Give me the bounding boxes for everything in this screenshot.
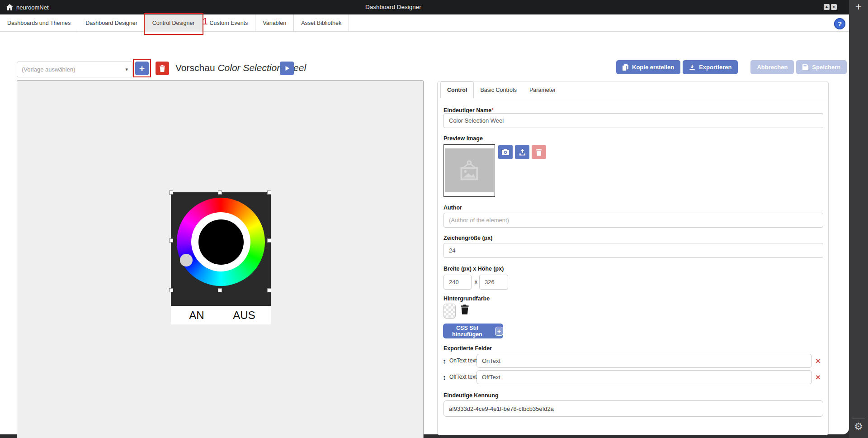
panel-tab-parameter[interactable]: Parameter: [523, 81, 562, 98]
preview-image-empty: [445, 148, 494, 192]
tab-custom-events[interactable]: Custom Events: [203, 14, 256, 32]
copy-icon: [623, 64, 628, 71]
resize-handle-top-center[interactable]: [218, 190, 222, 195]
resize-handle-bottom-center[interactable]: [218, 288, 222, 292]
drag-updown-icon[interactable]: ↕: [441, 370, 448, 384]
upload-icon: [519, 149, 526, 156]
add-css-style-button[interactable]: CSS Stil hinzufügen +: [443, 324, 503, 338]
author-label: Author: [443, 205, 462, 211]
download-icon: [689, 64, 695, 71]
keyboard-layout-icon[interactable]: A ¥: [824, 4, 837, 10]
author-input[interactable]: [443, 213, 823, 228]
control-label-strip: AN AUS: [171, 306, 271, 324]
preview-image-label: Preview Image: [443, 135, 483, 142]
image-placeholder-icon: [455, 157, 483, 185]
resize-handle-bottom-right[interactable]: [267, 288, 271, 292]
tab-control-designer[interactable]: Control Designer 1: [145, 14, 203, 32]
tab-dashboard-designer[interactable]: Dashboard Designer: [78, 14, 145, 32]
save-icon: [802, 64, 808, 70]
hue-wheel-handle[interactable]: [180, 254, 193, 267]
save-button[interactable]: Speichern: [796, 60, 847, 74]
uid-label: Eindeutige Kennung: [443, 392, 499, 399]
play-icon: [284, 65, 290, 71]
unique-name-input[interactable]: [443, 113, 823, 128]
settings-gear-icon[interactable]: ⚙: [849, 420, 868, 433]
tab-dashboards-und-themes[interactable]: Dashboards und Themes: [0, 14, 78, 32]
panel-tab-control[interactable]: Control: [440, 81, 474, 98]
window-side-strip: + ⚙: [849, 0, 868, 438]
play-preview-button[interactable]: [280, 62, 294, 75]
properties-panel: Control Basic Controls Parameter Eindeut…: [437, 81, 829, 435]
page-title: Dashboard Designer: [365, 0, 421, 14]
off-label[interactable]: AUS: [228, 306, 260, 324]
hue-wheel-inner-ring: [191, 212, 250, 271]
clear-background-button[interactable]: [460, 304, 469, 317]
height-input[interactable]: [479, 275, 508, 290]
delete-control-button[interactable]: [156, 62, 169, 75]
home-icon: [6, 4, 13, 10]
font-size-label: Zeichengröße (px): [443, 235, 492, 241]
resize-handle-bottom-left[interactable]: [169, 288, 173, 292]
copy-button[interactable]: Kopie erstellen: [616, 60, 680, 74]
strip-divider: [852, 419, 865, 419]
main-nav-tabs: Dashboards und Themes Dashboard Designer…: [0, 14, 849, 32]
resize-handle-mid-right[interactable]: [267, 238, 271, 243]
trash-icon: [536, 149, 542, 156]
chevron-down-icon: ▾: [125, 67, 128, 72]
drag-updown-icon[interactable]: ↕: [441, 354, 448, 368]
help-icon[interactable]: ?: [834, 18, 845, 29]
top-bar: neuroomNet Dashboard Designer A ¥: [0, 0, 849, 14]
capture-image-button[interactable]: [498, 145, 513, 159]
brand[interactable]: neuroomNet: [6, 0, 49, 14]
trash-icon: [159, 65, 165, 72]
template-select[interactable]: (Vorlage auswählen) ▾: [17, 62, 133, 77]
template-select-placeholder: (Vorlage auswählen): [22, 66, 75, 73]
upload-image-button[interactable]: [515, 145, 529, 159]
trash-icon: [460, 304, 469, 315]
width-input[interactable]: [443, 275, 472, 290]
size-separator: x: [475, 279, 477, 285]
exported-field-input[interactable]: [476, 354, 812, 368]
uid-input[interactable]: [443, 400, 823, 417]
exported-fields-label: Exportierte Felder: [443, 345, 492, 352]
add-control-button[interactable]: +: [135, 62, 149, 75]
delete-image-button[interactable]: [532, 145, 546, 159]
size-label: Breite (px) x Höhe (px): [443, 266, 504, 272]
plus-icon: +: [139, 64, 145, 73]
font-size-input[interactable]: [443, 243, 823, 258]
preview-image-placeholder: [443, 144, 495, 197]
unique-name-label: Eindeutiger Name*: [443, 107, 494, 114]
action-gap: [740, 60, 748, 74]
camera-icon: [502, 149, 509, 155]
background-color-swatch[interactable]: [443, 304, 456, 319]
dashboard-designer-app: + ⚙ neuroomNet Dashboard Designer A ¥ Da…: [0, 0, 868, 438]
brand-label: neuroomNet: [16, 4, 49, 11]
hue-wheel[interactable]: [177, 198, 265, 286]
resize-handle-top-right[interactable]: [267, 190, 271, 195]
exported-field-input[interactable]: [476, 370, 812, 384]
header-actions: Kopie erstellen Exportieren Abbrechen Sp…: [616, 60, 847, 74]
background-color-label: Hintergrundfarbe: [443, 295, 490, 302]
remove-field-icon[interactable]: ×: [816, 370, 821, 384]
hue-wheel-center: [198, 219, 244, 265]
tab-variablen[interactable]: Variablen: [255, 14, 294, 32]
required-asterisk: *: [491, 107, 493, 113]
exported-field-name: OffText text: [449, 370, 476, 384]
tab-asset-bibliothek[interactable]: Asset Bibliothek: [294, 14, 349, 32]
resize-handle-top-left[interactable]: [169, 190, 173, 195]
exported-field-name: OnText text: [449, 354, 477, 368]
resize-handle-mid-left[interactable]: [169, 238, 173, 243]
on-label[interactable]: AN: [183, 306, 210, 324]
panel-tabs: Control Basic Controls Parameter: [438, 81, 828, 98]
remove-field-icon[interactable]: ×: [816, 354, 821, 368]
export-button[interactable]: Exportieren: [683, 60, 738, 74]
plus-icon: +: [495, 327, 503, 336]
design-canvas[interactable]: AN AUS: [17, 80, 424, 438]
color-wheel-control[interactable]: AN AUS: [171, 192, 271, 324]
window-plus-icon[interactable]: +: [849, 0, 868, 14]
cancel-button[interactable]: Abbrechen: [750, 60, 794, 74]
panel-tab-basic-controls[interactable]: Basic Controls: [474, 81, 523, 98]
content-area: Dashboards und Themes Dashboard Designer…: [0, 14, 849, 434]
